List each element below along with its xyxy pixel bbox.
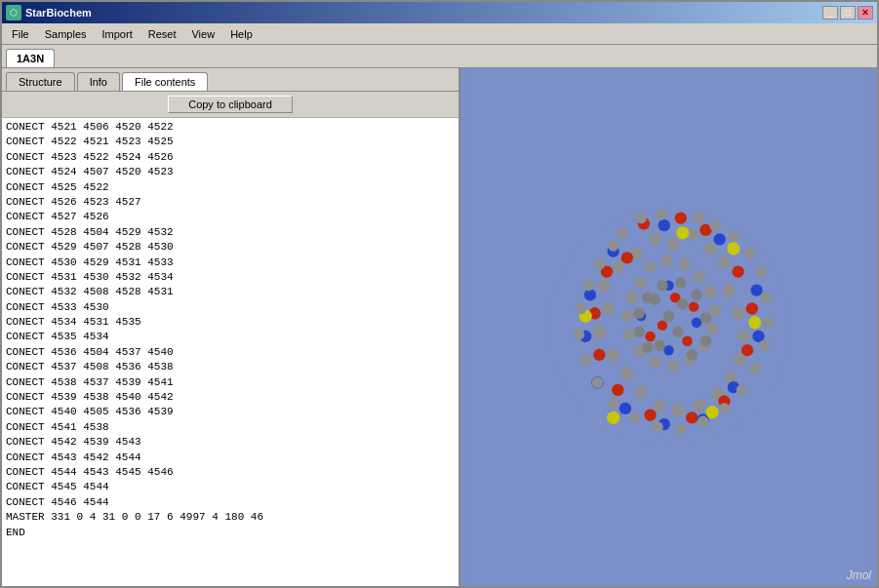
svg-point-104: [760, 292, 771, 302]
menu-item-reset[interactable]: Reset: [140, 26, 184, 42]
title-bar-left: ⬡ StarBiochem: [6, 5, 92, 20]
clipboard-bar: Copy to clipboard: [2, 92, 459, 118]
window-title: StarBiochem: [25, 7, 92, 19]
svg-point-116: [579, 354, 590, 365]
svg-point-94: [633, 327, 644, 337]
svg-point-55: [689, 301, 699, 311]
file-line: CONECT 4530 4529 4531 4533: [6, 255, 455, 270]
file-line: CONECT 4537 4508 4536 4538: [6, 360, 455, 374]
menu-item-view[interactable]: View: [183, 26, 222, 42]
svg-point-30: [706, 323, 718, 334]
svg-point-97: [635, 213, 646, 223]
file-line: MASTER 331 0 4 31 0 0 17 6 4997 4 180 46: [6, 510, 455, 525]
file-line: CONECT 4524 4507 4520 4523: [6, 165, 455, 179]
svg-point-105: [762, 317, 773, 328]
close-button[interactable]: ✕: [858, 6, 873, 20]
svg-point-90: [675, 277, 686, 288]
file-content-area: CONECT 4521 4506 4520 4522CONECT 4522 45…: [2, 118, 459, 586]
svg-point-25: [660, 255, 672, 266]
menu-item-file[interactable]: File: [4, 26, 37, 42]
svg-point-120: [594, 258, 605, 269]
file-line: CONECT 4523 4522 4524 4526: [6, 150, 455, 165]
svg-point-39: [635, 277, 647, 289]
file-line: CONECT 4532 4508 4528 4531: [6, 285, 455, 299]
menu-item-help[interactable]: Help: [222, 26, 260, 42]
file-line: CONECT 4545 4544: [6, 480, 455, 494]
svg-point-95: [642, 342, 653, 353]
svg-point-48: [612, 384, 623, 396]
copy-to-clipboard-button[interactable]: Copy to clipboard: [168, 96, 293, 113]
svg-point-84: [672, 327, 683, 337]
file-line: CONECT 4536 4504 4537 4540: [6, 345, 455, 360]
svg-point-24: [644, 261, 656, 273]
svg-point-7: [718, 255, 731, 268]
svg-point-91: [657, 280, 667, 291]
svg-point-102: [743, 248, 754, 258]
svg-point-56: [682, 336, 692, 346]
left-panel: Structure Info File contents Copy to cli…: [2, 68, 460, 586]
svg-point-9: [597, 279, 610, 292]
svg-point-6: [704, 242, 717, 255]
file-text-display[interactable]: CONECT 4521 4506 4520 4522CONECT 4522 45…: [2, 118, 459, 586]
svg-point-115: [592, 377, 603, 388]
tab-1a3n[interactable]: 1A3N: [6, 49, 55, 67]
svg-point-54: [658, 320, 667, 330]
svg-point-27: [694, 270, 705, 282]
svg-point-77: [748, 316, 761, 329]
svg-point-73: [663, 345, 673, 355]
svg-point-112: [652, 421, 662, 432]
svg-point-61: [750, 284, 762, 295]
svg-point-100: [709, 220, 720, 231]
file-line: CONECT 4525 4522: [6, 180, 455, 195]
svg-point-42: [732, 265, 743, 277]
menu-item-import[interactable]: Import: [95, 26, 140, 42]
svg-point-92: [642, 292, 653, 302]
svg-point-101: [728, 231, 739, 242]
svg-point-110: [698, 416, 708, 427]
menu-bar: FileSamplesImportResetViewHelp: [2, 23, 877, 45]
svg-point-57: [645, 332, 655, 341]
menu-item-samples[interactable]: Samples: [37, 26, 95, 42]
file-line: CONECT 4539 4538 4540 4542: [6, 390, 455, 405]
tab-info[interactable]: Info: [77, 72, 120, 91]
jmol-viewer[interactable]: Jmol: [460, 68, 877, 586]
jmol-label: Jmol: [847, 568, 871, 582]
svg-point-121: [608, 240, 619, 251]
svg-point-87: [700, 335, 711, 346]
tab-structure[interactable]: Structure: [6, 72, 75, 91]
title-buttons: _ □ ✕: [822, 6, 873, 20]
minimize-button[interactable]: _: [822, 6, 838, 20]
svg-point-113: [629, 412, 640, 423]
svg-point-119: [582, 280, 593, 291]
tab-file-contents[interactable]: File contents: [122, 72, 208, 91]
file-line: CONECT 4544 4543 4545 4546: [6, 465, 455, 480]
svg-point-85: [654, 340, 664, 351]
svg-point-34: [649, 356, 660, 368]
maximize-button[interactable]: □: [840, 6, 856, 20]
svg-point-72: [692, 318, 701, 328]
file-line: CONECT 4541 4538: [6, 420, 455, 435]
svg-point-12: [607, 348, 619, 361]
svg-point-86: [687, 349, 698, 360]
svg-point-17: [693, 399, 705, 412]
svg-point-10: [602, 302, 615, 315]
svg-point-111: [675, 423, 686, 434]
svg-point-107: [749, 363, 760, 373]
main-content: Structure Info File contents Copy to cli…: [2, 68, 877, 586]
file-line: CONECT 4531 4530 4532 4534: [6, 270, 455, 285]
file-line: CONECT 4534 4531 4535: [6, 315, 455, 330]
svg-point-108: [737, 384, 747, 395]
svg-point-98: [656, 209, 666, 219]
title-bar: ⬡ StarBiochem _ □ ✕: [2, 2, 877, 23]
main-window: ⬡ StarBiochem _ □ ✕ FileSamplesImportRes…: [0, 0, 879, 588]
svg-point-8: [612, 260, 624, 273]
svg-point-103: [756, 266, 767, 277]
svg-point-82: [677, 298, 688, 309]
svg-point-49: [593, 349, 605, 361]
svg-point-37: [621, 310, 633, 322]
sub-tab-bar: Structure Info File contents: [2, 68, 459, 92]
svg-point-60: [713, 233, 725, 245]
svg-point-89: [691, 290, 701, 300]
file-line: CONECT 4546 4544: [6, 495, 455, 510]
file-line: CONECT 4542 4539 4543: [6, 435, 455, 450]
